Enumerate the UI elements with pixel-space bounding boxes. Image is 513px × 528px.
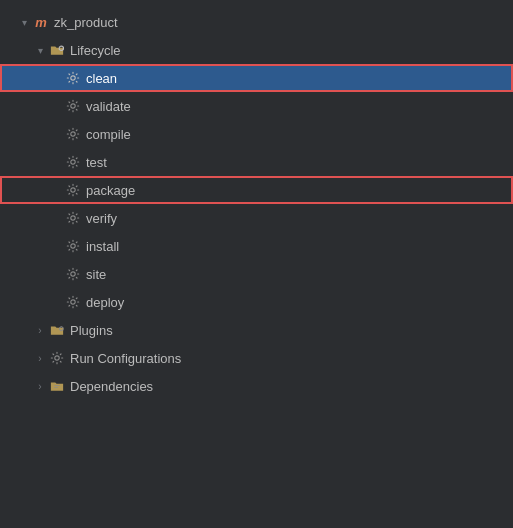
validate-gear-icon [64,97,82,115]
deploy-label: deploy [86,295,124,310]
site-gear-icon [64,265,82,283]
dependencies-label: Dependencies [70,379,153,394]
compile-gear-icon [64,125,82,143]
install-gear-icon [64,237,82,255]
svg-point-3 [71,132,75,136]
install-item[interactable]: install [0,232,513,260]
verify-item[interactable]: verify [0,204,513,232]
compile-spacer [48,126,64,142]
validate-label: validate [86,99,131,114]
run-config-arrow-icon [32,350,48,366]
site-label: site [86,267,106,282]
svg-rect-12 [54,385,59,386]
svg-point-11 [55,356,59,360]
tree-root-item[interactable]: m zk_product [0,8,513,36]
svg-point-1 [71,76,75,80]
run-configurations-label: Run Configurations [70,351,181,366]
verify-spacer [48,210,64,226]
deploy-item[interactable]: deploy [0,288,513,316]
test-label: test [86,155,107,170]
lifecycle-label: Lifecycle [70,43,121,58]
root-label: zk_product [54,15,118,30]
test-spacer [48,154,64,170]
deploy-gear-icon [64,293,82,311]
maven-icon: m [32,13,50,31]
plugins-group-item[interactable]: Plugins [0,316,513,344]
plugins-arrow-icon [32,322,48,338]
svg-point-9 [71,300,75,304]
install-label: install [86,239,119,254]
deploy-spacer [48,294,64,310]
dependencies-group-item[interactable]: Dependencies [0,372,513,400]
svg-point-6 [71,216,75,220]
clean-item[interactable]: clean [0,64,513,92]
plugins-label: Plugins [70,323,113,338]
clean-spacer [48,70,64,86]
site-spacer [48,266,64,282]
validate-spacer [48,98,64,114]
lifecycle-group-item[interactable]: Lifecycle [0,36,513,64]
svg-point-8 [71,272,75,276]
test-item[interactable]: test [0,148,513,176]
package-spacer [48,182,64,198]
root-arrow-icon [16,14,32,30]
compile-item[interactable]: compile [0,120,513,148]
package-item[interactable]: package [0,176,513,204]
clean-label: clean [86,71,117,86]
package-label: package [86,183,135,198]
test-gear-icon [64,153,82,171]
validate-item[interactable]: validate [0,92,513,120]
verify-label: verify [86,211,117,226]
dependencies-arrow-icon [32,378,48,394]
lifecycle-arrow-icon [32,42,48,58]
clean-gear-icon [64,69,82,87]
plugins-folder-gear-icon [48,321,66,339]
svg-point-4 [71,160,75,164]
svg-point-2 [71,104,75,108]
dependencies-folder-icon [48,377,66,395]
run-config-gear-icon [48,349,66,367]
compile-label: compile [86,127,131,142]
install-spacer [48,238,64,254]
site-item[interactable]: site [0,260,513,288]
package-gear-icon [64,181,82,199]
svg-point-5 [71,188,75,192]
svg-point-7 [71,244,75,248]
run-configurations-group-item[interactable]: Run Configurations [0,344,513,372]
verify-gear-icon [64,209,82,227]
lifecycle-folder-gear-icon [48,41,66,59]
maven-tree: m zk_product Lifecycle clean [0,0,513,408]
svg-rect-13 [54,387,58,388]
